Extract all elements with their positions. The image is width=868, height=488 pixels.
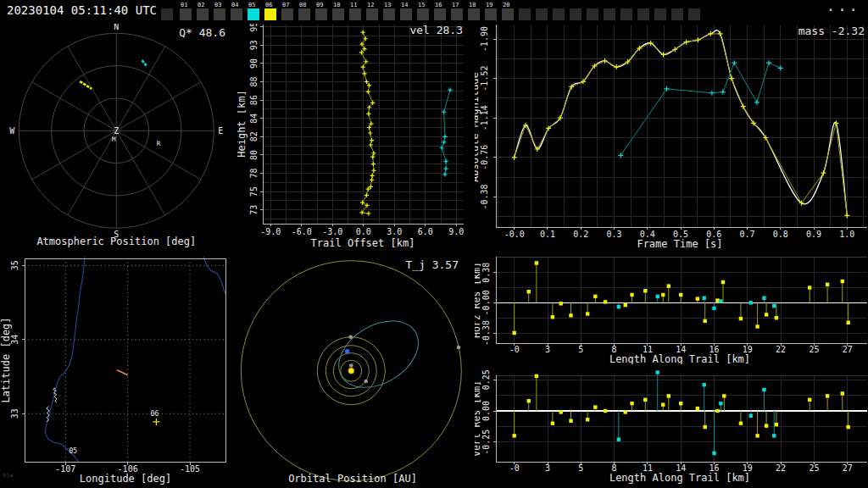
camera-label: 10 xyxy=(333,3,340,8)
camera-label: 17 xyxy=(452,3,459,8)
camera-box-extra-7[interactable] xyxy=(620,8,632,20)
x-tick: -107 xyxy=(55,464,75,474)
y-tick: 80 xyxy=(249,150,259,160)
panel-title: mass -2.32 xyxy=(798,25,865,37)
axes xyxy=(493,375,867,464)
y-tick: 82 xyxy=(249,131,259,141)
camera-box-10[interactable]: 10 xyxy=(332,8,344,20)
camera-label: 02 xyxy=(198,3,204,8)
y-tick: 95 xyxy=(249,24,259,32)
planet-venus xyxy=(364,380,368,384)
x-tick: 0.9 xyxy=(806,230,821,239)
x-tick: 5 xyxy=(578,345,583,354)
panel-atmospheric-position: NSWEZMRQ* 48.6Atmospheric Position [deg] xyxy=(0,24,237,250)
camera-box-03[interactable]: 03 xyxy=(214,8,225,20)
x-tick: 25 xyxy=(809,345,819,354)
y-tick: 93 xyxy=(249,40,259,50)
camera-box-extra-1[interactable] xyxy=(519,8,531,20)
camera-box-extra-6[interactable] xyxy=(604,8,615,20)
y-axis-label: Height [km] xyxy=(237,90,248,157)
x-tick: 6.0 xyxy=(418,227,433,236)
app-window: 20230104 05:11:40 UTC 010203040506070809… xyxy=(0,0,868,488)
x-tick: 0.1 xyxy=(540,230,555,239)
camera-box-06[interactable]: 06 xyxy=(264,8,276,20)
camera-box-extra-3[interactable] xyxy=(553,8,565,20)
meteoroid-orbit xyxy=(327,308,431,402)
camera-label: 03 xyxy=(214,3,221,8)
grid xyxy=(263,25,464,224)
x-tick: 25 xyxy=(809,463,819,473)
camera-box-13[interactable]: 13 xyxy=(383,8,395,20)
camera-box-extra-11[interactable] xyxy=(688,8,700,20)
camera-box-extra-5[interactable] xyxy=(587,8,598,20)
x-tick: 0.3 xyxy=(606,230,621,239)
grid xyxy=(25,258,226,463)
y-axis-label: Absolute Magnitude xyxy=(475,72,481,182)
camera-box-16[interactable]: 16 xyxy=(434,8,446,20)
camera-box-blank[interactable] xyxy=(161,8,173,20)
x-tick: 27 xyxy=(843,463,853,473)
camera-box-20[interactable]: 20 xyxy=(502,8,514,20)
camera-box-18[interactable]: 18 xyxy=(468,8,480,20)
axes xyxy=(493,257,867,346)
x-tick: -0 xyxy=(509,345,520,354)
x-tick: -0.0 xyxy=(504,230,525,239)
x-axis-label: Trail Offset [km] xyxy=(311,237,415,249)
y-tick: -1.90 xyxy=(480,26,489,52)
camera-box-01[interactable]: 01 xyxy=(180,8,192,20)
camera-box-extra-2[interactable] xyxy=(536,8,548,20)
menu-dots[interactable]: ... xyxy=(827,0,861,14)
y-tick: -1.52 xyxy=(480,66,489,92)
camera-box-08[interactable]: 08 xyxy=(298,8,310,20)
panel-horz-res: -0358111416192225270.38-0.00-0.38Length … xyxy=(475,250,868,364)
y-tick: -0.38 xyxy=(480,184,489,209)
grid xyxy=(496,375,867,462)
camera-box-extra-9[interactable] xyxy=(654,8,666,20)
camera-box-04[interactable]: 04 xyxy=(231,8,242,20)
camera-box-extra-10[interactable] xyxy=(671,8,683,20)
camera-box-09[interactable]: 09 xyxy=(315,8,327,20)
map-station-05: 05 xyxy=(69,447,77,455)
panel-orbital-position: T_j 3.57Orbital Position [AU] xyxy=(237,250,475,488)
x-tick: 0.0 xyxy=(356,227,371,236)
camera-box-07[interactable]: 07 xyxy=(281,8,293,20)
camera-label: 14 xyxy=(401,3,408,8)
axes xyxy=(22,258,226,465)
camera-box-05[interactable]: 05 xyxy=(248,8,259,20)
x-tick: 22 xyxy=(776,463,786,473)
x-tick: -3.0 xyxy=(322,227,342,236)
camera-box-extra-4[interactable] xyxy=(570,8,581,20)
camera-box-17[interactable]: 17 xyxy=(451,8,463,20)
camera-box-12[interactable]: 12 xyxy=(366,8,378,20)
x-tick: 3 xyxy=(545,463,550,473)
camera-box-extra-8[interactable] xyxy=(637,8,649,20)
x-axis-label: Longitude [deg] xyxy=(80,473,171,485)
camera-box-15[interactable]: 15 xyxy=(417,8,429,20)
y-tick: 73 xyxy=(249,205,259,215)
x-axis-label: Length Along Trail [km] xyxy=(609,472,750,484)
camera-box-02[interactable]: 02 xyxy=(197,8,209,20)
y-tick: 90 xyxy=(249,58,259,69)
station-label: 05 xyxy=(69,447,77,455)
camera-box-19[interactable]: 19 xyxy=(485,8,497,20)
planet-mercury xyxy=(349,363,353,368)
x-tick: -105 xyxy=(180,464,200,474)
y-tick: 75 xyxy=(249,186,259,197)
panel-trail-offset: -9.0-6.0-3.00.03.06.09.09593908886848280… xyxy=(237,24,475,250)
grid xyxy=(496,257,867,343)
camera-box-14[interactable]: 14 xyxy=(400,8,412,20)
x-tick: 0.8 xyxy=(773,230,788,239)
y-tick: 35 xyxy=(10,260,19,270)
y-tick: 84 xyxy=(249,114,259,124)
camera-box-11[interactable]: 11 xyxy=(349,8,361,20)
y-tick: 78 xyxy=(249,168,259,178)
x-tick: 22 xyxy=(776,345,786,354)
x-tick: 3 xyxy=(545,345,550,354)
panel-vert-res: -0358111416192225270.250.00-0.25Length A… xyxy=(475,364,868,488)
camera-label: 18 xyxy=(469,3,476,8)
camera-label: 01 xyxy=(181,3,187,8)
series-camera-05 xyxy=(440,88,453,177)
x-tick: 1.0 xyxy=(839,230,854,239)
series-camera-06 xyxy=(359,30,376,216)
map-station-06: 06 xyxy=(151,410,160,425)
